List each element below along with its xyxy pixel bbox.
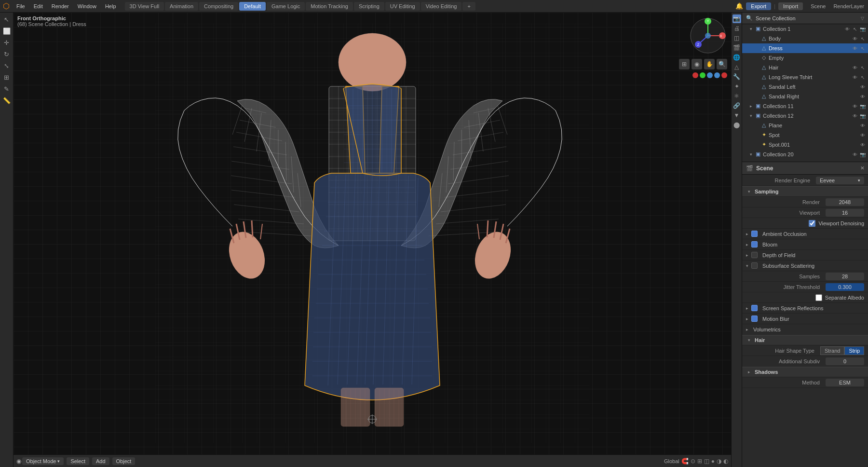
- menu-file[interactable]: File: [13, 2, 29, 11]
- view-layer-icon[interactable]: ◫: [732, 34, 741, 42]
- body-select[interactable]: ↖: [859, 35, 866, 42]
- render-icon[interactable]: 📷: [732, 14, 741, 23]
- collection20-visible[interactable]: 👁: [852, 151, 858, 158]
- ambient-occlusion-row[interactable]: ▸ Ambient Occlusion: [742, 229, 868, 239]
- render-engine-dropdown[interactable]: Eevee ▾: [816, 177, 864, 184]
- scene-icon[interactable]: 🎬: [732, 43, 741, 52]
- outliner-item-collection11[interactable]: ▸ ▣ Collection 11 👁 📷: [742, 101, 868, 111]
- spot-visible[interactable]: 👁: [859, 132, 866, 138]
- collection11-visible[interactable]: 👁: [852, 103, 858, 110]
- modifier-icon[interactable]: 🔧: [732, 72, 741, 81]
- spot001-visible[interactable]: 👁: [859, 141, 866, 148]
- render-value[interactable]: 2048: [826, 198, 864, 206]
- tab-compositing[interactable]: Compositing: [199, 2, 238, 11]
- collection1-visible[interactable]: 👁: [844, 26, 851, 32]
- method-value[interactable]: ESM: [826, 379, 864, 386]
- outliner-item-body[interactable]: △ Body 👁 ↖: [742, 34, 868, 43]
- object-props-icon[interactable]: △: [732, 63, 741, 71]
- viewport-hand-icon[interactable]: ✋: [704, 59, 715, 69]
- tab-3d-view-full[interactable]: 3D View Full: [125, 2, 164, 11]
- shading-icon-solid[interactable]: ●: [711, 458, 715, 465]
- sss-checkbox[interactable]: [751, 262, 758, 269]
- depth-of-field-row[interactable]: ▸ Depth of Field: [742, 250, 868, 261]
- export-button[interactable]: Export: [746, 2, 771, 10]
- overlay-icon[interactable]: ⊞: [697, 458, 702, 465]
- viewport-zoom-icon[interactable]: 🔍: [717, 59, 727, 69]
- outliner-item-hair[interactable]: △ Hair 👁 ↖: [742, 63, 868, 72]
- proportional-icon[interactable]: ⊙: [691, 458, 695, 465]
- particles-icon[interactable]: ✦: [732, 82, 741, 91]
- tab-motion-tracking[interactable]: Motion Tracking: [306, 2, 353, 11]
- sandal-left-visible[interactable]: 👁: [859, 83, 866, 90]
- select-button[interactable]: Select: [67, 457, 89, 465]
- jitter-threshold-value[interactable]: 0.300: [826, 283, 864, 291]
- xray-icon[interactable]: ◫: [704, 458, 709, 465]
- material-icon[interactable]: ⬤: [732, 121, 741, 129]
- tab-default[interactable]: Default: [239, 2, 266, 11]
- hair-select[interactable]: ↖: [859, 64, 866, 71]
- tab-uv-editing[interactable]: UV Editing: [385, 2, 420, 11]
- samples-value[interactable]: 28: [826, 273, 864, 280]
- hair-strand-button[interactable]: Strand: [820, 346, 844, 355]
- sidebar-transform-icon[interactable]: ⊞: [2, 72, 12, 82]
- viewport-grid-icon[interactable]: ⊞: [679, 59, 690, 69]
- constraints-icon[interactable]: 🔗: [732, 101, 741, 110]
- outliner-item-collection20[interactable]: ▾ ▣ Collection 20 👁 📷: [742, 150, 868, 159]
- sidebar-move-icon[interactable]: ✛: [2, 38, 12, 47]
- add-button[interactable]: Add: [92, 457, 109, 465]
- physics-icon[interactable]: ⚛: [732, 92, 741, 100]
- ssr-row[interactable]: ▸ Screen Space Reflections: [742, 303, 868, 314]
- body-visible[interactable]: 👁: [852, 35, 858, 42]
- tab-video-editing[interactable]: Video Editing: [421, 2, 462, 11]
- scene-prop-close[interactable]: ✕: [860, 165, 864, 171]
- import-button[interactable]: Import: [778, 2, 803, 10]
- sampling-section-header[interactable]: ▾ Sampling: [742, 186, 868, 197]
- sidebar-select-box-icon[interactable]: ⬜: [2, 26, 12, 36]
- color-dot-red[interactable]: [692, 72, 698, 78]
- outliner-item-collection1[interactable]: ▾ ▣ Collection 1 👁 ↖ 📷: [742, 24, 868, 34]
- dress-visible[interactable]: 👁: [852, 45, 858, 52]
- subsurface-scattering-row[interactable]: ▾ Subsurface Scattering: [742, 261, 868, 271]
- object-button[interactable]: Object: [112, 457, 136, 465]
- motion-blur-row[interactable]: ▸ Motion Blur: [742, 314, 868, 324]
- tab-scripting[interactable]: Scripting: [354, 2, 384, 11]
- ao-checkbox[interactable]: [751, 231, 758, 237]
- dress-select[interactable]: ↖: [859, 45, 866, 52]
- sidebar-measure-icon[interactable]: 📏: [2, 96, 12, 105]
- viewport-denoising-checkbox[interactable]: [809, 220, 815, 227]
- sandal-right-visible[interactable]: 👁: [859, 93, 866, 100]
- shadows-section-header[interactable]: ▸ Shadows: [742, 367, 868, 377]
- sidebar-rotate-icon[interactable]: ↻: [2, 49, 12, 59]
- menu-window[interactable]: Window: [74, 2, 100, 11]
- hair-strip-button[interactable]: Strip: [844, 346, 864, 355]
- additional-subdiv-value[interactable]: 0: [826, 357, 864, 365]
- sidebar-scale-icon[interactable]: ⤡: [2, 61, 12, 70]
- collection11-render[interactable]: 📷: [859, 103, 866, 110]
- bloom-row[interactable]: ▸ Bloom: [742, 239, 868, 250]
- outliner-item-empty[interactable]: ◇ Empty: [742, 53, 868, 63]
- tab-add[interactable]: +: [462, 2, 475, 11]
- viewport-value[interactable]: 16: [826, 209, 864, 217]
- viewport-material-icon[interactable]: ◉: [692, 59, 702, 69]
- navigation-gizmo[interactable]: X Y Z: [689, 16, 727, 55]
- dof-checkbox[interactable]: [751, 252, 758, 258]
- color-dot-blue2[interactable]: [714, 72, 720, 78]
- outliner-item-sandal-right[interactable]: △ Sandal Right 👁: [742, 92, 868, 101]
- outliner-item-spot[interactable]: ✦ Spot 👁: [742, 130, 868, 140]
- hair-section-header[interactable]: ▾ Hair: [742, 335, 868, 345]
- tab-animation[interactable]: Animation: [165, 2, 198, 11]
- sidebar-cursor-icon[interactable]: ↖: [2, 14, 12, 24]
- collection1-select[interactable]: ↖: [852, 26, 858, 32]
- mb-checkbox[interactable]: [751, 316, 758, 322]
- collection20-render[interactable]: 📷: [859, 151, 866, 158]
- tab-game-logic[interactable]: Game Logic: [267, 2, 305, 11]
- shading-icon-render[interactable]: ◐: [723, 458, 728, 465]
- sidebar-annotate-icon[interactable]: ✎: [2, 84, 12, 94]
- output-icon[interactable]: 🖨: [732, 24, 741, 33]
- color-dot-green[interactable]: [700, 72, 705, 78]
- collection12-visible[interactable]: 👁: [852, 112, 858, 119]
- outliner-item-collection12[interactable]: ▾ ▣ Collection 12 👁 📷: [742, 111, 868, 121]
- plane-visible[interactable]: 👁: [859, 122, 866, 129]
- menu-edit[interactable]: Edit: [30, 2, 47, 11]
- outliner-filter-icon[interactable]: ▽: [861, 16, 864, 21]
